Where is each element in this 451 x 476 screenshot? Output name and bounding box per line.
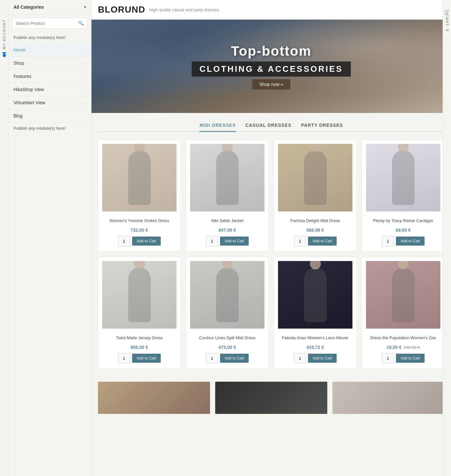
product-price: 69,85 € xyxy=(396,228,411,233)
tab-casual[interactable]: CASUAL DRESSES xyxy=(245,123,292,132)
add-to-cart-row: Add to Cart xyxy=(206,353,249,363)
chevron-right-icon: › xyxy=(85,48,86,52)
tab-midi[interactable]: MIDI DRESSES xyxy=(199,123,235,132)
hero-text-block: Top-bottom CLOTHING & ACCESSORIES Shop n… xyxy=(192,43,350,89)
hero-banner-text: CLOTHING & ACCESSORIES xyxy=(192,61,350,77)
product-figure xyxy=(304,267,327,322)
categories-dropdown[interactable]: All Categories ▾ xyxy=(8,0,91,14)
product-card: Plenty by Tracy Reese Cardigan 69,85 € A… xyxy=(362,140,445,252)
add-to-cart-button[interactable]: Add to Cart xyxy=(308,237,337,246)
bottom-banners xyxy=(91,375,451,414)
product-card: Fuchsia Delight Midi Dress 566,98 € Add … xyxy=(274,140,357,252)
quantity-input[interactable] xyxy=(206,353,218,363)
add-to-cart-row: Add to Cart xyxy=(206,236,249,246)
sidebar-item-shop[interactable]: Shop› xyxy=(8,57,91,70)
product-name: Fabiola Arias Women's Lace Allover xyxy=(282,332,349,343)
site-header: BLORUND High quality casual and party dr… xyxy=(91,0,451,20)
quantity-input[interactable] xyxy=(382,353,394,363)
product-figure xyxy=(216,267,239,322)
add-to-cart-button[interactable]: Add to Cart xyxy=(308,354,337,363)
categories-label: All Categories xyxy=(14,5,44,10)
chevron-right-icon: › xyxy=(85,101,86,105)
sidebar-item-label: Features xyxy=(14,74,31,79)
sidebar-item-label: HikaShop View xyxy=(14,87,44,92)
product-name: Women's Yvonme Ombre Dress xyxy=(110,215,169,226)
sidebar-item-features[interactable]: Features› xyxy=(8,70,91,83)
product-figure xyxy=(304,150,327,205)
site-logo: BLORUND xyxy=(98,5,145,15)
product-figure xyxy=(128,150,151,205)
product-price: 419,72 € xyxy=(306,345,324,350)
sidebar-item-home[interactable]: Home› xyxy=(8,43,91,57)
product-image xyxy=(366,261,440,329)
search-bar[interactable]: 🔍 xyxy=(12,18,87,29)
add-to-cart-button[interactable]: Add to Cart xyxy=(132,354,161,363)
bottom-banner-2 xyxy=(215,382,327,414)
sidebar-item-label: Home xyxy=(14,47,25,52)
sidebar-item-virtuemart[interactable]: VirtueMart View› xyxy=(8,96,91,109)
search-input[interactable] xyxy=(13,18,75,28)
product-name: Dress the Population Women's Zoe xyxy=(370,332,436,343)
tab-party[interactable]: PARTY DRESSES xyxy=(301,123,343,132)
add-to-cart-row: Add to Cart xyxy=(118,236,161,246)
my-account-label[interactable]: 👤 MY ACCOUNT xyxy=(2,19,7,57)
sidebar-item-blog[interactable]: Blog xyxy=(8,109,91,123)
add-to-cart-button[interactable]: Add to Cart xyxy=(396,237,425,246)
add-to-cart-button[interactable]: Add to Cart xyxy=(132,237,161,246)
hero-top-text: Top-bottom xyxy=(192,43,350,59)
product-figure xyxy=(392,150,415,205)
sidebar-publish-bottom: Publish any module(s) here! xyxy=(8,123,91,134)
add-to-cart-button[interactable]: Add to Cart xyxy=(220,354,249,363)
product-image xyxy=(366,144,440,211)
product-price: 847,99 € xyxy=(218,228,236,233)
product-card: Twist Matte Jersey Dress 856,00 € Add to… xyxy=(98,257,181,369)
quantity-input[interactable] xyxy=(294,353,306,363)
product-price: 856,00 € xyxy=(130,345,148,350)
cart-icon: 🛒 xyxy=(444,9,450,14)
quantity-input[interactable] xyxy=(118,236,130,246)
product-name: Plenty by Tracy Reese Cardigan xyxy=(373,215,433,226)
product-card: Contour Lines Split Midi Dress 473,00 € … xyxy=(186,257,269,369)
product-name: Contour Lines Split Midi Dress xyxy=(199,332,255,343)
site-tagline: High quality casual and party dresses. xyxy=(149,7,220,12)
product-name: Fuchsia Delight Midi Dress xyxy=(290,215,340,226)
chevron-down-icon: ▾ xyxy=(84,5,86,9)
quantity-input[interactable] xyxy=(206,236,218,246)
sidebar-item-label: VirtueMart View xyxy=(14,100,45,105)
search-icon[interactable]: 🔍 xyxy=(75,18,87,28)
product-price: 566,98 € xyxy=(306,228,324,233)
chevron-right-icon: › xyxy=(85,61,86,65)
cart-label[interactable]: CART: 0 xyxy=(445,14,449,32)
product-figure xyxy=(128,267,151,322)
quantity-input[interactable] xyxy=(382,236,394,246)
cart-bar[interactable]: 🛒 CART: 0 xyxy=(443,0,451,476)
product-price: 473,00 € xyxy=(218,345,236,350)
sidebar-item-label: Shop xyxy=(14,61,24,66)
quantity-input[interactable] xyxy=(118,353,130,363)
add-to-cart-button[interactable]: Add to Cart xyxy=(220,237,249,246)
product-card: Fabiola Arias Women's Lace Allover 419,7… xyxy=(274,257,357,369)
product-name: Twist Matte Jersey Dress xyxy=(116,332,163,343)
bottom-banner-1 xyxy=(98,382,210,414)
product-image xyxy=(190,261,264,329)
sidebar-item-label: Blog xyxy=(14,113,23,118)
product-image xyxy=(102,261,177,329)
product-card: Niki Sable Jacket 847,99 € Add to Cart xyxy=(186,140,269,252)
chevron-right-icon: › xyxy=(85,88,86,91)
product-figure xyxy=(392,267,415,322)
product-card: Women's Yvonme Ombre Dress 732,00 € Add … xyxy=(98,140,181,252)
product-image xyxy=(102,144,177,211)
account-bar: 👤 MY ACCOUNT xyxy=(0,0,8,476)
product-grid: Women's Yvonme Ombre Dress 732,00 € Add … xyxy=(98,140,445,369)
add-to-cart-row: Add to Cart xyxy=(294,236,337,246)
sidebar-item-hikashop[interactable]: HikaShop View› xyxy=(8,83,91,96)
main-content: BLORUND High quality casual and party dr… xyxy=(91,0,451,476)
quantity-input[interactable] xyxy=(294,236,306,246)
add-to-cart-button[interactable]: Add to Cart xyxy=(396,354,425,363)
hero-banner: Top-bottom CLOTHING & ACCESSORIES Shop n… xyxy=(91,20,451,113)
chevron-right-icon: › xyxy=(85,74,86,78)
hero-shop-button[interactable]: Shop now » xyxy=(252,79,290,89)
bottom-banner-3 xyxy=(332,382,445,414)
add-to-cart-row: Add to Cart xyxy=(382,236,425,246)
product-card: Dress the Population Women's Zoe 19,00 €… xyxy=(362,257,445,369)
